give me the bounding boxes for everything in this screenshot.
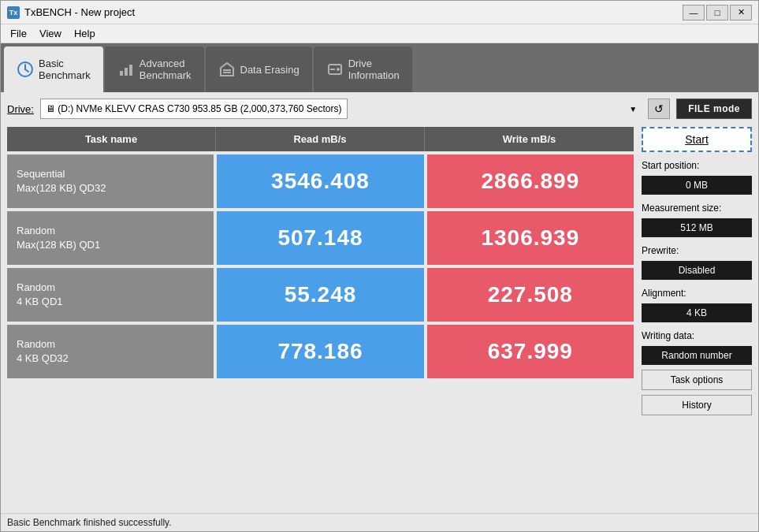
table-row: Random4 KB QD32 778.186 637.999	[7, 325, 634, 378]
drive-bar: Drive: 🖥 (D:) NVMe KLEVV CRAS C730 953.8…	[7, 99, 752, 119]
app-icon: Tx	[7, 6, 20, 19]
tab-basic-benchmark[interactable]: BasicBenchmark	[4, 47, 103, 92]
bench-table: Task name Read mB/s Write mB/s Sequentia…	[7, 127, 634, 415]
row2-name: RandomMax(128 KB) QD1	[7, 211, 214, 265]
app-window: Tx TxBENCH - New project — □ ✕ File View…	[0, 0, 759, 532]
tab-basic-label: BasicBenchmark	[39, 58, 91, 81]
row1-write: 2866.899	[427, 154, 634, 208]
measurement-size-label: Measurement size:	[642, 203, 752, 214]
header-task: Task name	[7, 127, 216, 151]
minimize-button[interactable]: —	[683, 5, 705, 20]
alignment-label: Alignment:	[642, 288, 752, 299]
svg-point-9	[337, 68, 340, 71]
refresh-button[interactable]: ↺	[648, 99, 670, 119]
prewrite-value: Disabled	[642, 261, 752, 280]
row1-read: 3546.408	[217, 154, 423, 208]
table-row: SequentialMax(128 KB) QD32 3546.408 2866…	[7, 154, 634, 208]
task-options-button[interactable]: Task options	[642, 370, 752, 390]
svg-rect-5	[129, 65, 132, 76]
writing-data-label: Writing data:	[642, 330, 752, 341]
status-bar: Basic Benchmark finished successfully.	[1, 513, 758, 531]
row3-name: Random4 KB QD1	[7, 268, 214, 322]
file-mode-button[interactable]: FILE mode	[676, 99, 752, 119]
header-write: Write mB/s	[425, 127, 634, 151]
menu-help[interactable]: Help	[68, 26, 102, 41]
erasing-icon	[218, 61, 236, 78]
maximize-button[interactable]: □	[706, 5, 728, 20]
menu-file[interactable]: File	[4, 26, 33, 41]
alignment-value: 4 KB	[642, 303, 752, 322]
writing-data-value: Random number	[642, 346, 752, 365]
svg-line-2	[25, 69, 28, 72]
title-bar-controls: — □ ✕	[683, 5, 752, 20]
status-message: Basic Benchmark finished successfully.	[7, 517, 172, 528]
tab-advanced-label: AdvancedBenchmark	[140, 58, 192, 81]
bench-sidebar: Start Start position: 0 MB Measurement s…	[642, 127, 752, 415]
menu-bar: File View Help	[1, 24, 758, 43]
drive-label: Drive:	[7, 103, 34, 115]
row3-read: 55.248	[217, 268, 423, 322]
tab-data-erasing[interactable]: Data Erasing	[206, 47, 312, 92]
start-position-value: 0 MB	[642, 176, 752, 195]
prewrite-label: Prewrite:	[642, 245, 752, 256]
measurement-size-value: 512 MB	[642, 218, 752, 237]
start-position-label: Start position:	[642, 160, 752, 171]
row4-name: Random4 KB QD32	[7, 325, 214, 378]
start-button[interactable]: Start	[642, 127, 752, 152]
row4-write: 637.999	[427, 325, 634, 378]
tab-advanced-benchmark[interactable]: AdvancedBenchmark	[105, 47, 204, 92]
row4-read: 778.186	[217, 325, 423, 378]
clock-icon	[17, 61, 34, 78]
bar-chart-icon	[117, 61, 135, 78]
svg-rect-4	[125, 68, 128, 76]
table-row: Random4 KB QD1 55.248 227.508	[7, 268, 634, 322]
tab-drive-label: DriveInformation	[348, 58, 400, 81]
header-read: Read mB/s	[216, 127, 425, 151]
row3-write: 227.508	[427, 268, 634, 322]
title-bar-left: Tx TxBENCH - New project	[7, 6, 135, 19]
tab-drive-information[interactable]: DriveInformation	[314, 47, 412, 92]
row2-write: 1306.939	[427, 211, 634, 265]
table-header: Task name Read mB/s Write mB/s	[7, 127, 634, 151]
tab-erasing-label: Data Erasing	[240, 64, 300, 76]
bench-layout: Task name Read mB/s Write mB/s Sequentia…	[7, 127, 752, 415]
close-button[interactable]: ✕	[730, 5, 752, 20]
svg-rect-3	[120, 71, 123, 76]
title-bar: Tx TxBENCH - New project — □ ✕	[1, 1, 758, 24]
drive-info-icon	[326, 61, 344, 78]
window-title: TxBENCH - New project	[24, 6, 135, 18]
row2-read: 507.148	[217, 211, 423, 265]
drive-select-wrapper: 🖥 (D:) NVMe KLEVV CRAS C730 953.85 GB (2…	[40, 99, 642, 119]
history-button[interactable]: History	[642, 395, 752, 415]
drive-select[interactable]: 🖥 (D:) NVMe KLEVV CRAS C730 953.85 GB (2…	[40, 99, 348, 119]
table-row: RandomMax(128 KB) QD1 507.148 1306.939	[7, 211, 634, 265]
menu-view[interactable]: View	[33, 26, 68, 41]
row1-name: SequentialMax(128 KB) QD32	[7, 154, 214, 208]
tab-bar: BasicBenchmark AdvancedBenchmark Data	[1, 43, 758, 92]
main-content: Drive: 🖥 (D:) NVMe KLEVV CRAS C730 953.8…	[1, 92, 758, 513]
